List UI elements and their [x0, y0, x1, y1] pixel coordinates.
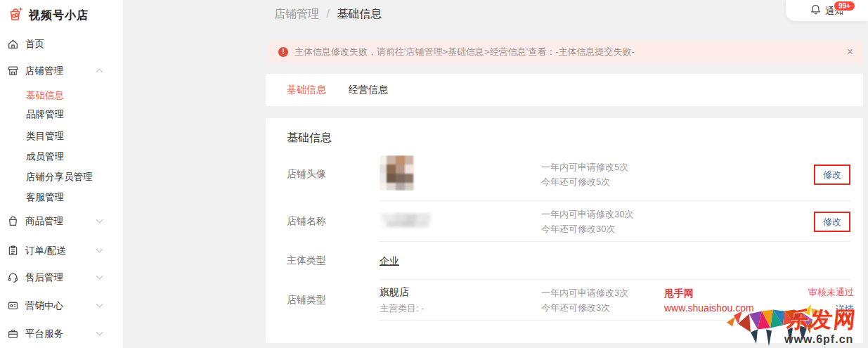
sidebar-item-shop-management[interactable]: 店铺管理: [0, 64, 123, 78]
row-shop-type: 店铺类型 旗舰店 主营类目: - 一年内可申请修改3次 今年还可修改3次 甩手网…: [266, 280, 863, 321]
sidebar-item-category-management[interactable]: 类目管理: [0, 129, 123, 143]
detail-link[interactable]: 详情: [808, 303, 854, 316]
sidebar-item-platform-services[interactable]: 平台服务: [0, 327, 123, 341]
sidebar-item-member-management[interactable]: 成员管理: [0, 150, 123, 164]
annotation-highlight-box: 修改: [814, 212, 850, 232]
tab-bar: 基础信息 经营信息: [266, 74, 863, 106]
home-icon: [7, 38, 19, 50]
breadcrumb-current: 基础信息: [337, 8, 382, 20]
section-title: 基础信息: [287, 131, 332, 146]
shop-icon: [7, 65, 19, 77]
app-logo: 视频号小店: [7, 6, 89, 25]
row-entity-type: 主体类型 企业: [266, 242, 863, 280]
entity-type-value[interactable]: 企业: [380, 255, 399, 266]
shop-bag-icon: [7, 6, 24, 25]
chevron-down-icon: [96, 273, 103, 280]
chevron-down-icon: [96, 217, 103, 224]
edit-quota-hint: 一年内可申请修改3次 今年还可修改3次: [541, 285, 664, 315]
edit-quota-hint: 一年内可申请修改30次 今年还可修改30次: [541, 207, 664, 236]
shop-type-value: 旗舰店: [380, 286, 541, 299]
basic-info-card: 基础信息 店铺头像 一年内可申请修改5次 今年还可修改5次: [266, 118, 863, 343]
sidebar-item-customer-service[interactable]: 客服管理: [0, 191, 123, 205]
close-icon[interactable]: ×: [847, 46, 853, 58]
breadcrumb: 店铺管理 / 基础信息: [274, 7, 382, 22]
sidebar-item-home[interactable]: 首页: [0, 37, 123, 51]
chevron-down-icon: [96, 301, 103, 308]
row-shop-name: 店铺名称 一年内可申请修改30次 今年还可修改30次 修改: [266, 201, 863, 242]
headset-icon: [7, 271, 19, 283]
orders-clipboard-icon: [7, 245, 19, 257]
sidebar-item-basic-info[interactable]: 基础信息: [0, 89, 123, 103]
shop-avatar-image[interactable]: [380, 155, 415, 191]
marketing-coupon-icon: [7, 299, 19, 311]
app-title: 视频号小店: [29, 8, 89, 23]
breadcrumb-separator: /: [326, 8, 329, 20]
edit-avatar-link[interactable]: 修改: [823, 169, 841, 180]
alert-banner: ! 主体信息修改失败，请前往'店铺管理>基础信息>经营信息'查看：-主体信息提交…: [268, 41, 863, 63]
sidebar-item-goods-management[interactable]: 商品管理: [0, 214, 123, 228]
briefcase-icon: [7, 328, 19, 340]
sidebar-item-orders-delivery[interactable]: 订单/配送: [0, 244, 123, 258]
edit-name-link[interactable]: 修改: [823, 217, 841, 227]
alert-message: 主体信息修改失败，请前往'店铺管理>基础信息>经营信息'查看：-主体信息提交失败…: [294, 46, 841, 58]
goods-bag-icon: [7, 215, 19, 227]
row-shop-avatar: 店铺头像 一年内可申请修改5次 今年还可修改5次: [266, 148, 863, 201]
shop-name-redacted: [380, 212, 433, 229]
annotation-highlight-box: 修改: [814, 165, 850, 185]
chevron-down-icon: [96, 246, 103, 253]
sidebar-item-sharer-management[interactable]: 店铺分享员管理: [0, 170, 123, 184]
vendor-watermark-text: 甩手网 www.shuaishou.com: [664, 288, 808, 314]
edit-quota-hint: 一年内可申请修改5次 今年还可修改5次: [541, 160, 664, 189]
notification-button[interactable]: 通知 99+: [786, 0, 868, 21]
main-category-value: 主营类目: -: [380, 302, 541, 315]
error-icon: !: [278, 47, 288, 57]
row-divider: [380, 320, 850, 321]
breadcrumb-section[interactable]: 店铺管理: [274, 8, 319, 20]
field-label: 店铺头像: [287, 168, 380, 181]
sidebar-item-marketing-center[interactable]: 营销中心: [0, 299, 123, 313]
sidebar-item-aftersale-management[interactable]: 售后管理: [0, 271, 123, 285]
bell-icon: [810, 4, 822, 18]
notification-badge: 99+: [834, 1, 855, 11]
sidebar: 视频号小店 首页 店铺管理 基础信息 品牌管理 类目管理 成员管理 店铺分享员管…: [0, 0, 123, 348]
field-label: 店铺类型: [287, 294, 380, 307]
tab-business-info[interactable]: 经营信息: [349, 84, 388, 96]
tab-basic-info[interactable]: 基础信息: [287, 84, 326, 96]
chevron-up-icon: [96, 69, 103, 76]
field-label: 店铺名称: [287, 215, 380, 228]
audit-status-badge: 审核未通过: [808, 287, 854, 297]
chevron-down-icon: [96, 329, 103, 336]
field-label: 主体类型: [287, 254, 380, 267]
sidebar-item-brand-management[interactable]: 品牌管理: [0, 108, 123, 122]
